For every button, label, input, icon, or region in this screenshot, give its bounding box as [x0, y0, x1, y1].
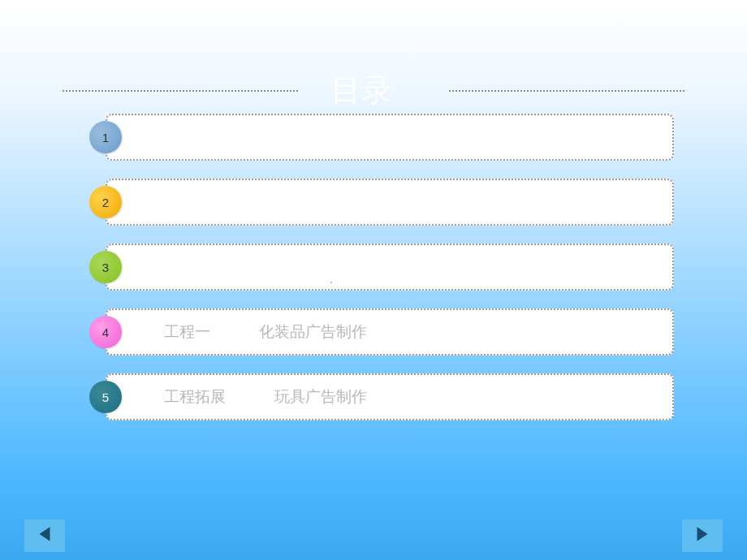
toc-box: [106, 179, 674, 226]
toc-label: 工程一: [164, 321, 210, 342]
toc-item-4[interactable]: 工程一 化装品广告制作 4: [89, 308, 674, 355]
center-dot: .: [330, 273, 333, 286]
divider-right: [449, 90, 684, 92]
toc-box: 工程一 化装品广告制作: [106, 308, 674, 355]
page-title: 目录: [330, 70, 392, 111]
toc-number-badge: 3: [89, 251, 122, 283]
toc-item-2[interactable]: 2: [89, 179, 674, 226]
toc-item-5[interactable]: 工程拓展 玩具广告制作 5: [89, 373, 674, 420]
toc-desc: 化装品广告制作: [259, 321, 367, 342]
next-button[interactable]: [682, 519, 723, 552]
toc-label: 工程拓展: [164, 386, 226, 407]
toc-list: 1 2 3 工程一 化装品广告制作 4 工程拓展 玩具广告制作 5: [89, 114, 674, 438]
divider-left: [63, 90, 298, 92]
toc-box: 工程拓展 玩具广告制作: [106, 373, 674, 420]
toc-number-badge: 5: [89, 381, 122, 413]
toc-item-3[interactable]: 3: [89, 243, 674, 291]
toc-number-badge: 4: [89, 316, 122, 348]
triangle-right-icon: [692, 523, 713, 548]
title-header: 目录: [0, 70, 747, 111]
toc-number-badge: 1: [89, 121, 122, 153]
toc-desc: 玩具广告制作: [274, 386, 367, 407]
toc-box: [106, 114, 674, 161]
toc-number-badge: 2: [89, 186, 122, 218]
prev-button[interactable]: [24, 519, 65, 552]
toc-item-1[interactable]: 1: [89, 114, 674, 161]
toc-box: [106, 243, 674, 291]
triangle-left-icon: [34, 523, 55, 548]
